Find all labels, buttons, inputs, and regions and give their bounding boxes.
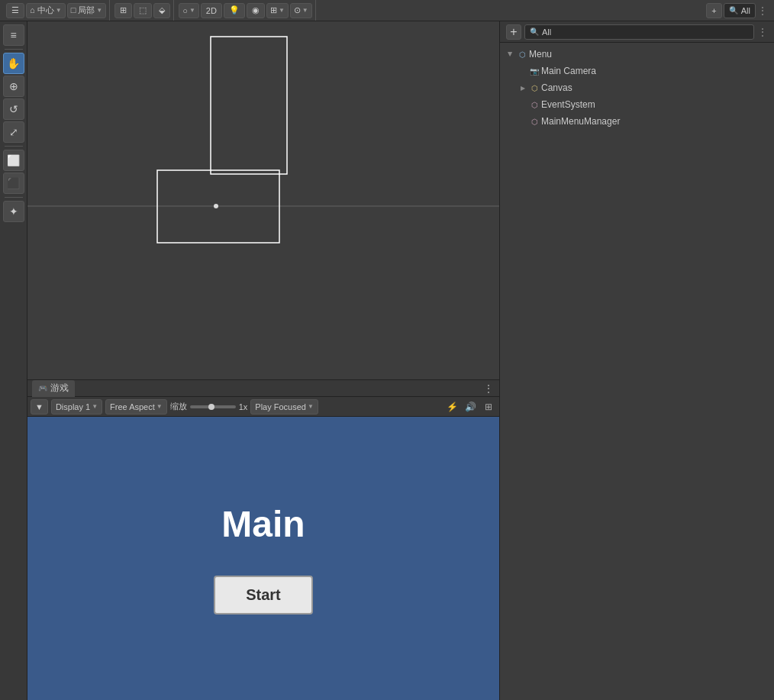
local-label: □ 局部 — [71, 5, 95, 16]
hierarchy-search-text: All — [542, 27, 551, 37]
menu-tool-btn[interactable]: ≡ — [3, 24, 24, 46]
toolbar-group-transform: ☰ ⌂ 中心 ▼ □ 局部 ▼ — [3, 0, 110, 21]
menu-toggle-btn[interactable]: ☰ — [6, 3, 24, 18]
display-dropdown[interactable]: Display 1 ▼ — [51, 399, 102, 415]
game-tab-icon: 🎮 — [38, 384, 47, 392]
gizmos-dropdown[interactable]: ⊙ ▼ — [290, 3, 312, 18]
lighting-btn[interactable]: 💡 — [224, 3, 245, 18]
game-main-title: Main — [221, 503, 305, 545]
hierarchy-item-menu[interactable]: ▶ ⬡ Menu — [500, 46, 774, 63]
eventsystem-label: EventSystem — [541, 99, 768, 110]
display-chevron-icon: ▼ — [92, 403, 98, 410]
rect-tool-btn[interactable]: ⬜ — [3, 150, 24, 171]
game-start-button[interactable]: Start — [214, 576, 313, 615]
hierarchy-item-canvas[interactable]: ▶ ⬡ Canvas — [500, 79, 774, 96]
custom-tool-btn[interactable]: ✦ — [3, 201, 24, 222]
center-dropdown[interactable]: ⌂ 中心 ▼ — [26, 3, 66, 18]
toolbar-more-btn[interactable]: ⋮ — [757, 5, 768, 17]
center-chevron-icon: ▼ — [56, 7, 62, 14]
game-viewport: Main Start — [27, 417, 499, 700]
search-box[interactable]: 🔍 All — [724, 3, 756, 18]
game-view-tabs: 🎮 游戏 ⋮ — [27, 380, 499, 397]
display-label: Display 1 — [56, 402, 90, 411]
main-camera-label: Main Camera — [541, 66, 768, 76]
canvas-expand-arrow-icon: ▶ — [518, 83, 527, 92]
mainmenumanager-icon: ⬡ — [529, 116, 540, 127]
shading-dropdown[interactable]: ○ ▼ — [179, 3, 199, 18]
add-btn[interactable]: + — [706, 3, 721, 18]
tool-separator-1 — [5, 49, 23, 50]
hierarchy-search-icon: 🔍 — [530, 27, 539, 36]
top-toolbar: ☰ ⌂ 中心 ▼ □ 局部 ▼ ⊞ ⬚ ⬙ ○ ▼ 2D 💡 ◉ ⊞ ▼ ⊙ ▼ — [0, 0, 774, 21]
local-chevron-icon: ▼ — [96, 7, 102, 14]
eventsystem-icon: ⬡ — [529, 99, 540, 110]
toolbar-group-right: + 🔍 All ⋮ — [703, 0, 771, 21]
canvas-label: Canvas — [541, 82, 768, 93]
game-tab[interactable]: 🎮 游戏 — [32, 380, 75, 397]
shading-icon: ○ — [182, 6, 188, 15]
local-dropdown[interactable]: □ 局部 ▼ — [67, 3, 107, 18]
move-tool-btn[interactable]: ⊕ — [3, 76, 24, 97]
maximize-btn[interactable]: ⊞ — [481, 399, 496, 415]
scene-view[interactable] — [27, 21, 499, 379]
game-tab-more-btn[interactable]: ⋮ — [482, 381, 495, 396]
center-label: ⌂ 中心 — [30, 5, 54, 16]
hand-tool-btn[interactable]: ✋ — [3, 53, 24, 74]
audio-btn[interactable]: 🔊 — [463, 399, 478, 415]
menu-expand-arrow-icon: ▶ — [506, 50, 515, 59]
scene-canvas — [27, 21, 499, 379]
hierarchy-toolbar: + 🔍 All ⋮ — [500, 21, 774, 43]
svg-rect-1 — [211, 37, 287, 174]
game-toolbar-right: ⚡ 🔊 ⊞ — [444, 399, 496, 415]
hierarchy-search-box[interactable]: 🔍 All — [524, 24, 754, 40]
scale-slider-track[interactable] — [190, 405, 236, 408]
search-text: All — [741, 6, 750, 15]
search-icon: 🔍 — [729, 6, 738, 15]
tool-separator-2 — [5, 146, 23, 147]
menu-cube-icon: ⬡ — [517, 49, 527, 60]
aspect-dropdown[interactable]: Free Aspect ▼ — [105, 399, 167, 415]
gizmos-chevron-icon: ▼ — [302, 7, 308, 14]
play-focused-chevron-icon: ▼ — [308, 403, 314, 410]
svg-rect-0 — [157, 170, 279, 243]
main-content: 🎮 游戏 ⋮ ▼ Display 1 ▼ Free Aspect ▼ — [27, 21, 499, 700]
transform-tool-btn[interactable]: ⬛ — [3, 173, 24, 194]
2d-btn[interactable]: 2D — [201, 3, 222, 18]
hierarchy-panel: + 🔍 All ⋮ ▶ ⬡ Menu 📷 Main Camera ▶ — [499, 21, 774, 700]
shading-chevron-icon: ▼ — [189, 7, 195, 14]
svg-point-3 — [214, 204, 218, 208]
arrow-icon: ▼ — [35, 402, 44, 411]
aspect-chevron-icon: ▼ — [156, 403, 163, 410]
game-view-toolbar: ▼ Display 1 ▼ Free Aspect ▼ 缩放 1x — [27, 397, 499, 417]
scale-label: 缩放 — [170, 401, 187, 412]
snap-tool-btn[interactable]: ⊞ — [114, 3, 132, 18]
hierarchy-item-main-camera[interactable]: 📷 Main Camera — [500, 63, 774, 79]
ruler-btn[interactable]: ⬙ — [153, 3, 170, 18]
scale-value: 1x — [239, 402, 248, 411]
hierarchy-add-btn[interactable]: + — [506, 24, 521, 40]
game-view-panel: 🎮 游戏 ⋮ ▼ Display 1 ▼ Free Aspect ▼ — [27, 379, 499, 700]
scale-tool-btn[interactable]: ⤢ — [3, 121, 24, 143]
tool-separator-3 — [5, 197, 23, 198]
hierarchy-item-mainmenumanager[interactable]: ⬡ MainMenuManager — [500, 113, 774, 130]
gizmos-icon: ⊙ — [294, 5, 301, 15]
game-display-dropdown-arrow[interactable]: ▼ — [31, 399, 48, 415]
play-focused-dropdown[interactable]: Play Focused ▼ — [250, 399, 318, 415]
hierarchy-content: ▶ ⬡ Menu 📷 Main Camera ▶ ⬡ Canvas ⬡ Even… — [500, 43, 774, 700]
effects-icon: ⊞ — [270, 5, 277, 15]
aspect-label: Free Aspect — [110, 402, 155, 411]
camera-icon: 📷 — [529, 66, 540, 76]
hierarchy-more-btn[interactable]: ⋮ — [757, 26, 768, 38]
scale-slider-dot — [208, 404, 214, 410]
mute-btn[interactable]: ⚡ — [444, 399, 460, 415]
rotate-tool-btn[interactable]: ↺ — [3, 98, 24, 120]
grid-btn[interactable]: ⬚ — [134, 3, 152, 18]
mainmenumanager-label: MainMenuManager — [541, 116, 768, 127]
audio-btn[interactable]: ◉ — [247, 3, 265, 18]
game-tab-label: 游戏 — [50, 382, 69, 395]
menu-item-label: Menu — [529, 49, 768, 60]
hierarchy-item-eventsystem[interactable]: ⬡ EventSystem — [500, 96, 774, 113]
center-area: ≡ ✋ ⊕ ↺ ⤢ ⬜ ⬛ ✦ — [0, 21, 774, 700]
scale-control: 缩放 1x — [170, 401, 248, 412]
effects-dropdown[interactable]: ⊞ ▼ — [266, 3, 289, 18]
